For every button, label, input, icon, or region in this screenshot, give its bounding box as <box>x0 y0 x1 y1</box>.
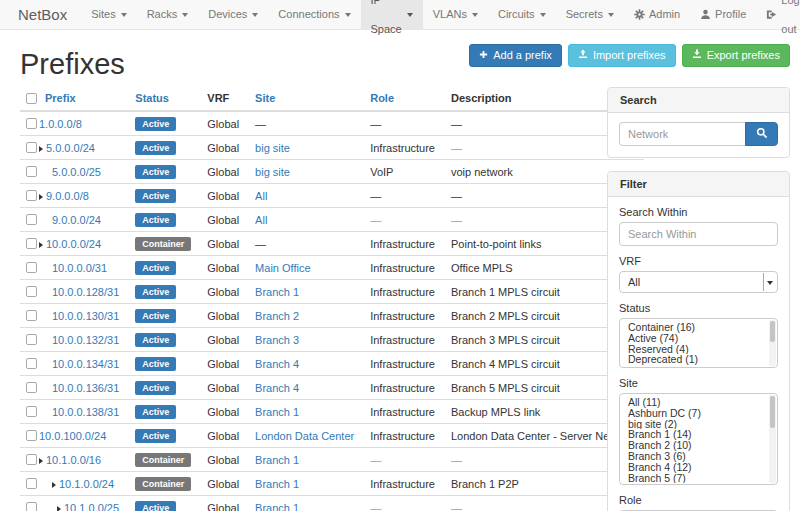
listbox-option[interactable]: Container (16) <box>628 322 768 333</box>
site-link[interactable]: Branch 1 <box>255 406 299 418</box>
row-checkbox[interactable] <box>26 142 37 153</box>
prefix-link[interactable]: 10.1.0.0/16 <box>46 454 101 466</box>
listbox-option[interactable]: big site (2) <box>628 419 768 430</box>
expand-caret-icon[interactable] <box>39 458 43 464</box>
expand-caret-icon[interactable] <box>39 194 43 200</box>
expand-caret-icon[interactable] <box>39 146 43 152</box>
status-listbox[interactable]: Container (16)Active (74)Reserved (4)Dep… <box>619 318 778 368</box>
brand-logo[interactable]: NetBox <box>18 0 67 29</box>
row-checkbox[interactable] <box>26 190 37 201</box>
prefix-link[interactable]: 10.0.0.132/31 <box>52 334 119 346</box>
row-checkbox[interactable] <box>26 334 37 345</box>
listbox-option[interactable]: Branch 3 (6) <box>628 451 768 462</box>
prefix-link[interactable]: 5.0.0.0/25 <box>52 166 101 178</box>
prefix-link[interactable]: 1.0.0.0/8 <box>39 118 82 130</box>
row-checkbox[interactable] <box>26 430 37 441</box>
import-prefixes-button[interactable]: Import prefixes <box>568 44 676 67</box>
column-header-role[interactable]: Role <box>362 87 443 111</box>
prefix-link[interactable]: 10.0.0.130/31 <box>52 310 119 322</box>
row-checkbox[interactable] <box>26 262 37 273</box>
row-checkbox[interactable] <box>26 166 37 177</box>
expand-caret-icon[interactable] <box>57 506 61 511</box>
row-checkbox[interactable] <box>26 502 37 511</box>
nav-link[interactable]: Devices <box>198 0 268 29</box>
column-header-status[interactable]: Status <box>127 87 199 111</box>
listbox-option[interactable]: Branch 1 (14) <box>628 429 768 440</box>
export-prefixes-button[interactable]: Export prefixes <box>682 44 790 67</box>
site-link[interactable]: Branch 1 <box>255 478 299 490</box>
select-all-checkbox[interactable] <box>26 93 37 104</box>
prefix-link[interactable]: 10.0.0.128/31 <box>52 286 119 298</box>
expand-caret-icon[interactable] <box>52 482 56 488</box>
scrollbar[interactable] <box>769 320 776 366</box>
nav-link[interactable]: VLANs <box>423 0 488 29</box>
nav-link[interactable]: Secrets <box>556 0 624 29</box>
row-checkbox[interactable] <box>26 406 37 417</box>
vrf-select[interactable]: All <box>619 271 778 293</box>
row-checkbox[interactable] <box>26 118 37 129</box>
site-link[interactable]: Branch 1 <box>255 286 299 298</box>
row-checkbox[interactable] <box>26 214 37 225</box>
listbox-option[interactable]: Branch 5 (7) <box>628 473 768 484</box>
column-header-prefix[interactable]: Prefix <box>37 87 127 111</box>
prefix-link[interactable]: 10.0.100.0/24 <box>39 430 106 442</box>
admin-link[interactable]: Admin <box>624 0 690 29</box>
prefix-link[interactable]: 9.0.0.0/8 <box>46 190 89 202</box>
site-link[interactable]: big site <box>255 142 290 154</box>
row-checkbox[interactable] <box>26 238 37 249</box>
prefix-link[interactable]: 10.0.0.138/31 <box>52 406 119 418</box>
site-link[interactable]: Branch 3 <box>255 334 299 346</box>
role-cell: Infrastructure <box>362 352 443 376</box>
search-input[interactable] <box>619 122 745 146</box>
nav-link[interactable]: Circuits <box>488 0 556 29</box>
site-listbox[interactable]: All (11)Ashburn DC (7)big site (2)Branch… <box>619 393 778 485</box>
row-checkbox[interactable] <box>26 286 37 297</box>
site-link[interactable]: Main Office <box>255 262 310 274</box>
listbox-option[interactable]: Branch 4 (12) <box>628 462 768 473</box>
nav-link[interactable]: Sites <box>81 0 136 29</box>
prefix-link[interactable]: 10.0.0.134/31 <box>52 358 119 370</box>
nav-link[interactable]: Connections <box>268 0 360 29</box>
site-link[interactable]: Branch 2 <box>255 310 299 322</box>
logout-link[interactable]: Log out <box>756 0 800 29</box>
row-checkbox[interactable] <box>26 454 37 465</box>
listbox-option[interactable]: Branch 2 (10) <box>628 440 768 451</box>
nav-link[interactable]: Racks <box>137 0 199 29</box>
listbox-option[interactable]: Ashburn DC (7) <box>628 408 768 419</box>
prefix-link[interactable]: 10.0.0.0/24 <box>46 238 101 250</box>
site-link[interactable]: London Data Center <box>255 430 354 442</box>
row-checkbox[interactable] <box>26 478 37 489</box>
site-link[interactable]: Branch 4 <box>255 358 299 370</box>
row-checkbox[interactable] <box>26 358 37 369</box>
site-link[interactable]: All <box>255 214 267 226</box>
listbox-option[interactable]: Deprecated (1) <box>628 354 768 365</box>
site-link[interactable]: Branch 1 <box>255 502 299 511</box>
prefix-link[interactable]: 10.0.0.136/31 <box>52 382 119 394</box>
column-header-site[interactable]: Site <box>247 87 362 111</box>
prefix-link[interactable]: 5.0.0.0/24 <box>46 142 95 154</box>
listbox-option[interactable]: Reserved (4) <box>628 344 768 355</box>
prefix-link[interactable]: 10.0.0.0/31 <box>52 262 107 274</box>
search-button[interactable] <box>745 122 778 146</box>
search-within-input[interactable] <box>619 222 778 246</box>
site-link[interactable]: Branch 1 <box>255 454 299 466</box>
profile-link[interactable]: Profile <box>690 0 756 29</box>
site-link[interactable]: Branch 4 <box>255 382 299 394</box>
listbox-option[interactable]: All (11) <box>628 397 768 408</box>
listbox-option[interactable]: COLO-1-2A (2) <box>628 483 768 485</box>
row-checkbox[interactable] <box>26 382 37 393</box>
site-link[interactable]: All <box>255 190 267 202</box>
vrf-cell: Global <box>199 111 247 136</box>
nav-link[interactable]: IP Space <box>361 0 423 29</box>
site-link[interactable]: big site <box>255 166 290 178</box>
add-prefix-button[interactable]: Add a prefix <box>469 44 562 67</box>
expand-caret-icon[interactable] <box>39 242 43 248</box>
table-row: 1.0.0.0/8ActiveGlobal——— <box>20 111 644 136</box>
row-checkbox[interactable] <box>26 310 37 321</box>
prefix-link[interactable]: 10.1.0.0/25 <box>64 502 119 511</box>
scrollbar[interactable] <box>769 395 776 483</box>
prefix-link[interactable]: 10.1.0.0/24 <box>59 478 114 490</box>
prefix-link[interactable]: 9.0.0.0/24 <box>52 214 101 226</box>
listbox-option[interactable]: Active (74) <box>628 333 768 344</box>
search-icon <box>756 127 768 142</box>
